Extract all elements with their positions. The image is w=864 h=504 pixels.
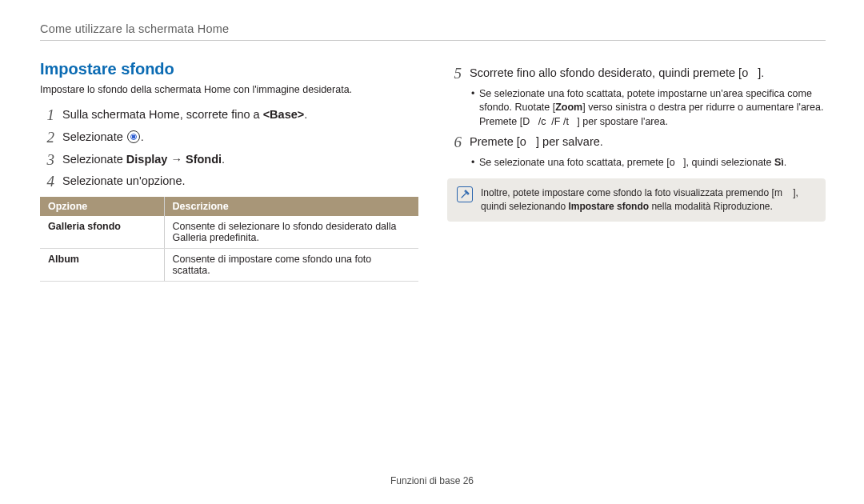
- steps-left: 1 Sulla schermata Home, scorrete fino a …: [40, 106, 418, 190]
- col-header-description: Descrizione: [164, 197, 418, 216]
- col-header-option: Opzione: [40, 197, 164, 216]
- section-intro: Impostare lo sfondo della schermata Home…: [40, 83, 418, 97]
- step-text: Premete [o ] per salvare.: [470, 134, 826, 150]
- step-text: Selezionate .: [62, 129, 418, 146]
- step-5-sub: Se selezionate una foto scattata, potete…: [471, 87, 826, 130]
- step-6: 6 Premete [o ] per salvare.: [447, 134, 826, 151]
- step-number: 5: [447, 65, 462, 82]
- table-row: Album Consente di impostare come sfondo …: [40, 249, 418, 282]
- step-2: 2 Selezionate .: [40, 129, 418, 146]
- step-number: 4: [40, 173, 54, 190]
- step-text: Sulla schermata Home, scorrete fino a <B…: [62, 106, 418, 123]
- step-6-sub: Se selezionate una foto scattata, premet…: [471, 156, 826, 170]
- breadcrumb: Come utilizzare la schermata Home: [40, 22, 826, 35]
- left-column: Impostare sfondo Impostare lo sfondo del…: [40, 60, 418, 282]
- step-text: Scorrete fino allo sfondo desiderato, qu…: [470, 65, 826, 82]
- step-number: 6: [447, 134, 462, 151]
- step-number: 2: [40, 129, 54, 146]
- step-3: 3 Selezionate Display → Sfondi.: [40, 151, 418, 169]
- step-4: 4 Selezionate un'opzione.: [40, 173, 418, 190]
- steps-right-2: 6 Premete [o ] per salvare.: [447, 134, 826, 151]
- option-desc: Consente di selezionare lo sfondo deside…: [164, 216, 418, 249]
- option-desc: Consente di impostare come sfondo una fo…: [164, 249, 418, 282]
- step-5: 5 Scorrete fino allo sfondo desiderato, …: [447, 65, 826, 82]
- target-icon: [127, 130, 140, 143]
- page-footer: Funzioni di base 26: [0, 475, 864, 486]
- table-row: Galleria sfondo Consente di selezionare …: [40, 216, 418, 249]
- steps-right: 5 Scorrete fino allo sfondo desiderato, …: [447, 65, 826, 82]
- step-text: Selezionate Display → Sfondi.: [62, 151, 418, 168]
- section-heading: Impostare sfondo: [40, 60, 418, 78]
- step-number: 3: [40, 151, 54, 169]
- note-icon: [457, 186, 473, 202]
- right-column: 5 Scorrete fino allo sfondo desiderato, …: [447, 60, 826, 282]
- step-text: Selezionate un'opzione.: [62, 173, 418, 190]
- options-table: Opzione Descrizione Galleria sfondo Cons…: [40, 197, 418, 282]
- option-name: Galleria sfondo: [40, 216, 164, 249]
- note-text: Inoltre, potete impostare come sfondo la…: [481, 186, 816, 214]
- step-number: 1: [40, 106, 54, 124]
- list-item: Se selezionate una foto scattata, premet…: [471, 156, 826, 170]
- divider: [40, 40, 826, 41]
- note-box: Inoltre, potete impostare come sfondo la…: [447, 178, 826, 222]
- option-name: Album: [40, 249, 164, 282]
- list-item: Se selezionate una foto scattata, potete…: [471, 87, 826, 130]
- step-1: 1 Sulla schermata Home, scorrete fino a …: [40, 106, 418, 124]
